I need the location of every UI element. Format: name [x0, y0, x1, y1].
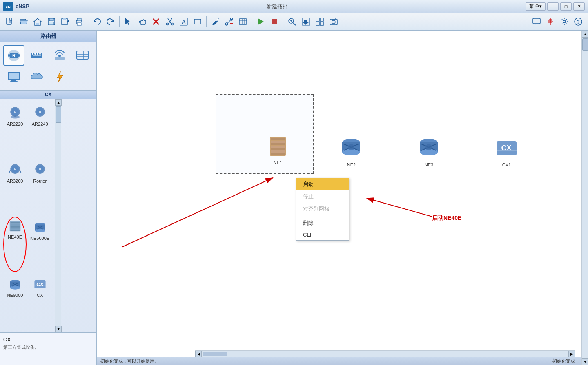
save-button[interactable] [45, 15, 58, 28]
panel-header: 路由器 [0, 31, 96, 42]
right-scroll-up[interactable]: ▲ [582, 31, 588, 38]
text-button[interactable]: A [177, 15, 190, 28]
ctx-cli[interactable]: CLI [296, 229, 349, 240]
scroll-track[interactable] [55, 106, 61, 326]
svg-line-143 [367, 198, 432, 217]
saveas-button[interactable] [59, 15, 72, 28]
hand-button[interactable] [136, 15, 149, 28]
right-scrollbar[interactable]: ▲ ▼ [581, 31, 588, 365]
open-button[interactable] [17, 15, 30, 28]
new-button[interactable] [3, 15, 16, 28]
home-button[interactable] [31, 15, 44, 28]
right-scroll-track[interactable] [582, 38, 588, 358]
device-list-container: R AR2220 R [0, 99, 96, 332]
category-wireless[interactable] [49, 45, 70, 66]
svg-rect-124 [271, 153, 285, 155]
NE9000-label: NE9000 [7, 293, 23, 298]
huawei-button[interactable] [544, 15, 557, 28]
cut-button[interactable] [163, 15, 176, 28]
delete-tool-button[interactable] [149, 15, 163, 28]
scroll-up-arrow[interactable]: ▲ [55, 99, 62, 106]
selection-box [216, 94, 314, 174]
settings-button[interactable] [558, 15, 571, 28]
ctx-start[interactable]: 启动 [296, 178, 349, 190]
menu-button[interactable]: 菜 单▾ [526, 2, 546, 11]
hscroll-track[interactable] [202, 351, 568, 357]
separator1 [88, 16, 88, 27]
hscroll-thumb[interactable] [203, 352, 227, 356]
device-AR2240[interactable]: R AR2240 [28, 102, 51, 158]
svg-rect-47 [320, 18, 323, 21]
title-left: eN eNSP [3, 2, 29, 11]
NE1-label: NE1 [274, 160, 282, 165]
svg-rect-101 [10, 230, 20, 231]
category-firewall[interactable] [72, 45, 93, 66]
svg-point-107 [38, 226, 41, 229]
bottom-scrollbar[interactable]: ◀ ▶ [195, 350, 575, 357]
svg-rect-97 [10, 222, 20, 224]
device-AR2220[interactable]: R AR2220 [3, 102, 27, 158]
title-bar: eN eNSP 新建拓扑 菜 单▾ ─ □ ✕ [0, 0, 588, 13]
play-button[interactable] [254, 15, 267, 28]
link-remove-button[interactable] [223, 15, 236, 28]
zoom-button[interactable] [285, 15, 298, 28]
scroll-down-arrow[interactable]: ▼ [55, 326, 62, 332]
svg-rect-100 [10, 228, 20, 230]
canvas-device-NE1[interactable]: NE1 [267, 135, 289, 165]
grid-button[interactable] [313, 15, 326, 28]
device-NE40E[interactable]: NE40E [3, 217, 27, 272]
svg-marker-19 [125, 18, 131, 25]
canvas-device-NE2[interactable]: NE2 [338, 135, 365, 167]
toolbar: A ? [0, 13, 588, 31]
stop-button[interactable] [268, 15, 281, 28]
device-NE9000[interactable]: NE9000 [3, 274, 27, 329]
svg-text:A: A [182, 19, 186, 25]
CX1-label: CX1 [502, 162, 511, 167]
print-button[interactable] [73, 15, 86, 28]
svg-line-41 [293, 23, 296, 25]
help-button[interactable]: ? [572, 15, 585, 28]
hscroll-right-arrow[interactable]: ▶ [568, 351, 575, 357]
link-add-button[interactable] [209, 15, 222, 28]
category-pc[interactable] [3, 67, 24, 87]
window-title: 新建拓扑 [29, 3, 526, 10]
close-button[interactable]: ✕ [573, 2, 585, 11]
svg-text:?: ? [577, 19, 580, 25]
maximize-button[interactable]: □ [560, 2, 572, 11]
desc-title: CX [3, 336, 93, 343]
cloud-category-icon [29, 69, 45, 85]
device-NE5000E[interactable]: NE5000E [28, 217, 51, 272]
left-scrollbar[interactable]: ▲ ▼ [55, 99, 61, 332]
svg-text:R: R [13, 110, 16, 114]
category-cloud[interactable] [26, 67, 47, 87]
right-scroll-down[interactable]: ▼ [582, 358, 588, 365]
table-button[interactable] [236, 15, 249, 28]
svg-point-55 [563, 20, 566, 23]
device-Router[interactable]: R Router [28, 159, 51, 215]
category-power[interactable] [49, 67, 70, 87]
status-bar: 初始化完成，可以开始使用。 初始化完成 [97, 357, 581, 365]
undo-button[interactable] [90, 15, 103, 28]
device-CX[interactable]: CX CX [28, 274, 51, 329]
category-router[interactable]: R [3, 45, 24, 66]
canvas-device-NE3[interactable]: NE3 [416, 135, 442, 167]
import-button[interactable] [299, 15, 312, 28]
svg-point-104 [35, 229, 45, 232]
svg-rect-118 [271, 138, 285, 140]
device-AR3260[interactable]: R AR3260 [3, 159, 27, 215]
canvas-device-CX1[interactable]: CX CX1 [493, 135, 520, 167]
canvas-area[interactable]: NE1 NE2 NE3 [97, 31, 581, 365]
category-switch[interactable] [26, 45, 47, 66]
snapshot-button[interactable] [327, 15, 340, 28]
select-button[interactable] [122, 15, 135, 28]
NE40E-icon [7, 218, 23, 234]
svg-point-25 [172, 23, 174, 25]
hscroll-left-arrow[interactable]: ◀ [195, 351, 202, 357]
chat-button[interactable] [530, 15, 543, 28]
redo-button[interactable] [104, 15, 117, 28]
svg-rect-48 [316, 22, 319, 25]
minimize-button[interactable]: ─ [547, 2, 559, 11]
rect-button[interactable] [191, 15, 204, 28]
svg-rect-7 [36, 23, 39, 25]
ctx-delete[interactable]: 删除 [296, 217, 349, 229]
